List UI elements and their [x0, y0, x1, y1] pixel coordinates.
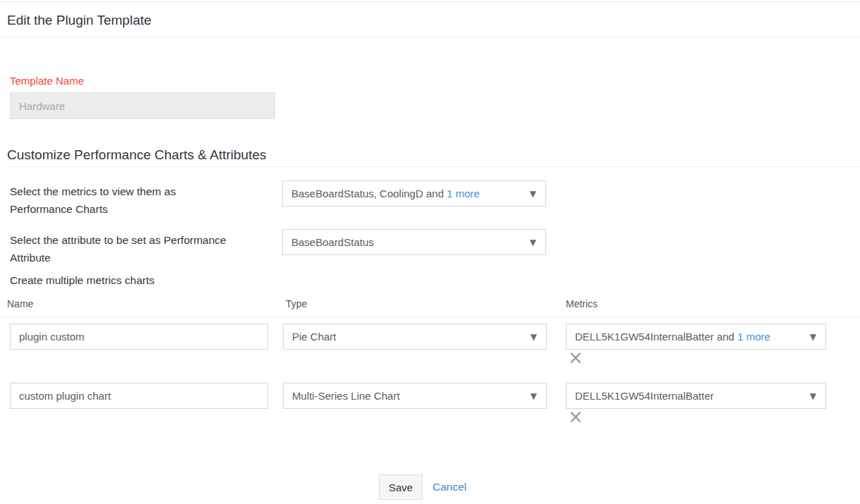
form-actions: Save Cancel — [379, 474, 860, 500]
dropdown-value: BaseBoardStatus, CoolingD and 1 more — [291, 188, 480, 199]
caret-down-icon: ▼ — [530, 238, 536, 247]
edit-plugin-template-page: Edit the Plugin Template Template Name C… — [0, 0, 860, 504]
column-header-type: Type — [283, 299, 566, 309]
attribute-select-dropdown[interactable]: BaseBoardStatus ▼ — [282, 229, 546, 255]
caret-down-icon: ▼ — [810, 392, 816, 400]
dropdown-value: DELL5K1GW54InternalBatter — [575, 390, 714, 402]
chart-metrics-value: DELL5K1GW54InternalBatter and — [575, 331, 737, 343]
chart-type-dropdown[interactable]: Pie Chart ▼ — [283, 324, 547, 350]
dropdown-value: Pie Chart — [292, 331, 337, 343]
caret-down-icon: ▼ — [531, 392, 537, 400]
chart-type-cell: Pie Chart ▼ — [283, 324, 566, 350]
caret-down-icon: ▼ — [531, 333, 537, 341]
chart-type-cell: Multi-Series Line Chart ▼ — [283, 383, 566, 409]
metrics-select-value: BaseBoardStatus, CoolingD and — [291, 188, 447, 199]
caret-down-icon: ▼ — [810, 333, 816, 341]
metrics-select-dropdown[interactable]: BaseBoardStatus, CoolingD and 1 more ▼ — [282, 180, 546, 207]
column-header-name: Name — [0, 299, 283, 309]
cancel-link[interactable]: Cancel — [432, 481, 466, 493]
chart-metrics-value: DELL5K1GW54InternalBatter — [575, 390, 714, 402]
template-name-input — [10, 92, 275, 119]
dropdown-value: Multi-Series Line Chart — [292, 390, 400, 402]
attribute-select-label-text: Select the attribute to be set as Perfor… — [10, 231, 257, 266]
chart-name-cell — [0, 383, 283, 409]
chart-type-dropdown[interactable]: Multi-Series Line Chart ▼ — [283, 383, 547, 409]
caret-down-icon: ▼ — [530, 190, 536, 198]
template-name-label: Template Name — [10, 75, 860, 87]
page-title: Edit the Plugin Template — [7, 13, 853, 28]
chart-metrics-cell: DELL5K1GW54InternalBatter and 1 more ▼ × — [566, 324, 860, 367]
metrics-more-link[interactable]: 1 more — [447, 188, 480, 199]
create-charts-label: Create multiple metrics charts — [10, 274, 860, 287]
chart-row: Pie Chart ▼ DELL5K1GW54InternalBatter an… — [0, 324, 860, 367]
chart-name-input[interactable] — [10, 383, 268, 409]
attribute-select-label: Select the attribute to be set as Perfor… — [0, 229, 282, 266]
metrics-more-link[interactable]: 1 more — [737, 331, 770, 343]
chart-name-input[interactable] — [10, 324, 268, 350]
dropdown-value: BaseBoardStatus — [291, 236, 374, 248]
remove-row-icon[interactable]: × — [568, 410, 583, 424]
column-header-metrics: Metrics — [566, 299, 860, 309]
dropdown-value: DELL5K1GW54InternalBatter and 1 more — [575, 331, 770, 343]
chart-metrics-dropdown[interactable]: DELL5K1GW54InternalBatter and 1 more ▼ — [566, 324, 826, 350]
remove-row-icon[interactable]: × — [568, 350, 583, 364]
chart-name-cell — [0, 324, 283, 350]
chart-metrics-cell: DELL5K1GW54InternalBatter ▼ × — [566, 383, 860, 426]
save-button[interactable]: Save — [379, 474, 423, 500]
chart-metrics-dropdown[interactable]: DELL5K1GW54InternalBatter ▼ — [566, 383, 826, 409]
section-heading: Customize Performance Charts & Attribute… — [7, 147, 860, 167]
page-header: Edit the Plugin Template — [0, 1, 860, 37]
chart-row: Multi-Series Line Chart ▼ DELL5K1GW54Int… — [0, 383, 860, 426]
charts-table-header: Name Type Metrics — [0, 299, 860, 317]
metrics-select-row: Select the metrics to view them as Perfo… — [0, 180, 860, 218]
attribute-select-row: Select the attribute to be set as Perfor… — [0, 229, 860, 266]
metrics-select-label: Select the metrics to view them as Perfo… — [0, 180, 282, 218]
metrics-select-label-text: Select the metrics to view them as Perfo… — [10, 183, 222, 218]
